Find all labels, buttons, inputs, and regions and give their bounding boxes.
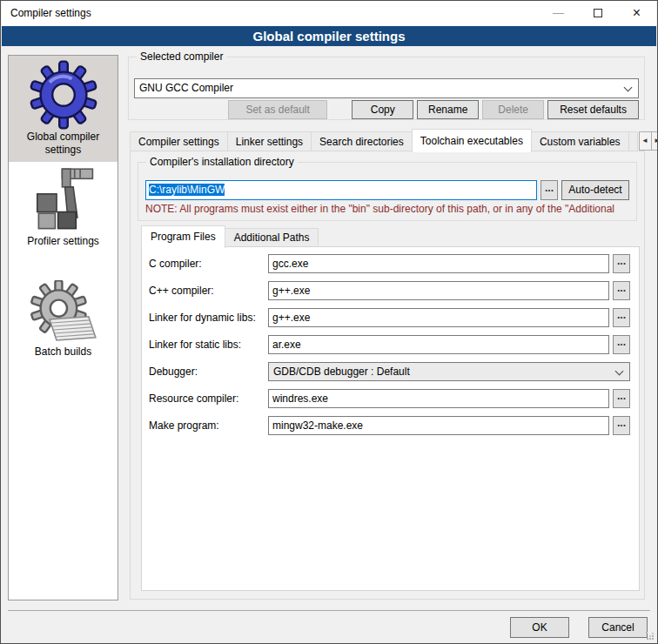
field-row-resource-compiler: Resource compiler: ... <box>149 389 630 408</box>
c-compiler-label: C compiler: <box>149 258 268 270</box>
make-program-input[interactable] <box>268 416 609 435</box>
static-linker-label: Linker for static libs: <box>149 339 268 351</box>
tab-custom-variables[interactable]: Custom variables <box>531 131 629 151</box>
install-dir-input[interactable]: C:\raylib\MinGW <box>145 180 537 200</box>
static-linker-input[interactable] <box>268 335 609 354</box>
blue-gear-icon <box>29 60 98 130</box>
subtab-additional-paths[interactable]: Additional Paths <box>225 228 319 247</box>
compiler-buttons-row: Set as default Copy Rename Delete Reset … <box>134 100 639 119</box>
c-compiler-browse-button[interactable]: ... <box>613 254 630 273</box>
footer-divider <box>8 610 650 611</box>
debugger-label: Debugger: <box>149 366 268 378</box>
reset-defaults-button[interactable]: Reset defaults <box>547 100 639 119</box>
rename-button[interactable]: Rename <box>417 100 479 119</box>
compiler-select-value: GNU GCC Compiler <box>139 82 233 94</box>
maximize-icon <box>594 9 602 17</box>
make-program-label: Make program: <box>149 419 268 432</box>
tab-scroll-left-icon[interactable]: ◄ <box>639 131 652 151</box>
delete-button[interactable]: Delete <box>482 100 544 119</box>
sidebar-item-global-compiler-settings[interactable]: Global compiler settings <box>9 56 118 162</box>
sidebar-item-label: Batch builds <box>10 345 116 359</box>
selected-compiler-group: Selected compiler GNU GCC Compiler Set a… <box>128 57 645 120</box>
make-program-browse-button[interactable]: ... <box>613 416 630 435</box>
resize-grip-icon[interactable] <box>646 632 655 641</box>
field-row-c-compiler: C compiler: ... <box>149 254 630 273</box>
caliper-blocks-icon <box>29 166 98 234</box>
chevron-down-icon <box>615 367 624 376</box>
selected-compiler-group-label: Selected compiler <box>137 50 226 64</box>
install-dir-browse-button[interactable]: ... <box>540 180 558 200</box>
install-dir-selected-text: C:\raylib\MinGW <box>149 184 225 196</box>
install-dir-note: NOTE: All programs must exist either in … <box>145 203 635 215</box>
static-linker-browse-button[interactable]: ... <box>613 335 630 354</box>
tab-search-directories[interactable]: Search directories <box>311 131 413 151</box>
cancel-button[interactable]: Cancel <box>588 617 648 638</box>
window-title: Compiler settings <box>10 1 91 26</box>
sidebar-item-label: Profiler settings <box>10 235 116 248</box>
field-row-dynamic-linker: Linker for dynamic libs: ... <box>149 308 630 327</box>
compiler-select[interactable]: GNU GCC Compiler <box>134 78 639 98</box>
dynamic-linker-input[interactable] <box>268 308 609 327</box>
tab-linker-settings[interactable]: Linker settings <box>227 131 312 151</box>
tab-build-options[interactable]: Build <box>628 131 638 151</box>
tab-toolchain-executables[interactable]: Toolchain executables <box>412 129 532 152</box>
maximize-button[interactable] <box>578 1 617 26</box>
gray-gear-stack-icon <box>29 280 98 345</box>
auto-detect-button[interactable]: Auto-detect <box>561 180 629 200</box>
resource-compiler-label: Resource compiler: <box>149 392 268 405</box>
minimize-button[interactable]: — <box>539 1 578 26</box>
resource-compiler-input[interactable] <box>268 389 609 408</box>
sidebar-item-label: Global compiler settings <box>10 131 116 157</box>
c-compiler-input[interactable] <box>268 254 609 273</box>
dynamic-linker-label: Linker for dynamic libs: <box>149 312 268 324</box>
chevron-down-icon <box>624 84 633 92</box>
field-row-debugger: Debugger: GDB/CDB debugger : Default <box>149 362 630 381</box>
field-row-make-program: Make program: ... <box>149 416 630 435</box>
program-files-tab-strip: Program Files Additional Paths <box>141 225 318 247</box>
cpp-compiler-label: C++ compiler: <box>149 285 268 297</box>
cpp-compiler-browse-button[interactable]: ... <box>613 281 630 300</box>
settings-tab-strip: Compiler settings Linker settings Search… <box>130 128 647 151</box>
subtab-program-files[interactable]: Program Files <box>141 225 225 248</box>
resource-compiler-browse-button[interactable]: ... <box>613 389 630 408</box>
titlebar: Compiler settings — × <box>2 1 656 26</box>
dynamic-linker-browse-button[interactable]: ... <box>613 308 630 327</box>
toolchain-executables-panel: Compiler's installation directory C:\ray… <box>130 151 645 600</box>
field-row-static-linker: Linker for static libs: ... <box>149 335 630 354</box>
settings-category-list: Global compiler settings Profiler settin… <box>8 55 118 600</box>
field-row-cpp-compiler: C++ compiler: ... <box>149 281 630 300</box>
minimize-icon: — <box>553 6 564 19</box>
debugger-select[interactable]: GDB/CDB debugger : Default <box>268 362 630 381</box>
tab-scroll-right-icon[interactable]: ► <box>651 131 658 151</box>
tab-compiler-settings[interactable]: Compiler settings <box>130 131 228 151</box>
cpp-compiler-input[interactable] <box>268 281 609 300</box>
sidebar-item-batch-builds[interactable]: Batch builds <box>9 276 118 364</box>
installation-directory-group-label: Compiler's installation directory <box>146 156 298 169</box>
debugger-select-value: GDB/CDB debugger : Default <box>273 366 410 378</box>
close-icon: × <box>633 5 641 20</box>
installation-directory-group: Compiler's installation directory C:\ray… <box>138 162 637 221</box>
page-title: Global compiler settings <box>2 26 656 46</box>
program-files-page: C compiler: ... C++ compiler: ... Linker… <box>141 246 640 591</box>
set-as-default-button[interactable]: Set as default <box>228 100 327 119</box>
copy-button[interactable]: Copy <box>352 100 413 119</box>
sidebar-item-profiler-settings[interactable]: Profiler settings <box>9 162 118 253</box>
ok-button[interactable]: OK <box>510 617 569 638</box>
close-button[interactable]: × <box>617 1 656 26</box>
tab-scroll-buttons: ◄ ► <box>640 131 658 151</box>
compiler-settings-dialog: Compiler settings — × Global compiler se… <box>0 0 658 644</box>
